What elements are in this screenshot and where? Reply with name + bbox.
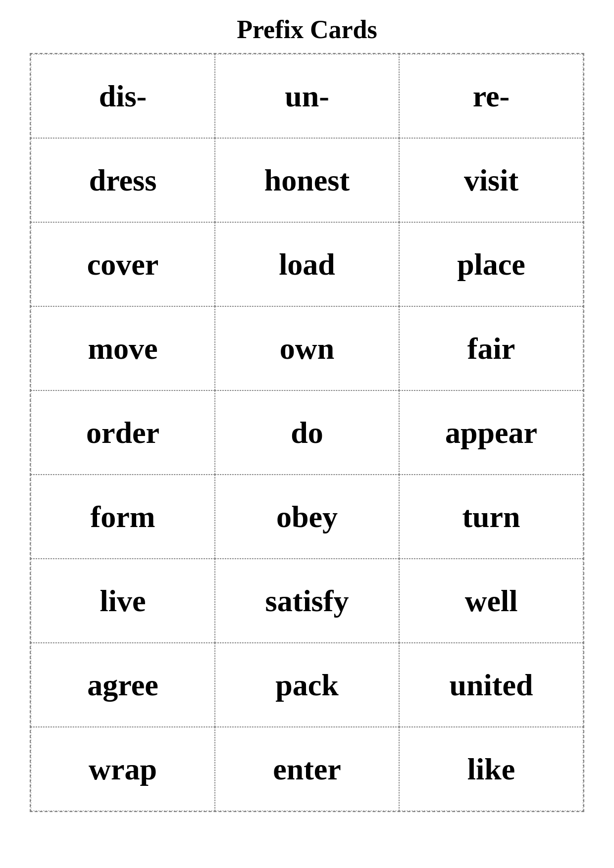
grid-cell-0: dis- — [31, 54, 215, 138]
grid-cell-3: dress — [31, 138, 215, 222]
grid-cell-18: live — [31, 559, 215, 643]
grid-cell-14: appear — [399, 390, 583, 475]
grid-cell-12: order — [31, 390, 215, 475]
grid-cell-11: fair — [399, 306, 583, 390]
grid-cell-8: place — [399, 222, 583, 306]
prefix-cards-grid: dis-un-re-dresshonestvisitcoverloadplace… — [30, 53, 584, 812]
grid-cell-17: turn — [399, 475, 583, 559]
grid-cell-1: un- — [215, 54, 399, 138]
grid-cell-19: satisfy — [215, 559, 399, 643]
page-title: Prefix Cards — [237, 15, 377, 44]
grid-cell-2: re- — [399, 54, 583, 138]
grid-cell-10: own — [215, 306, 399, 390]
grid-cell-13: do — [215, 390, 399, 475]
grid-cell-16: obey — [215, 475, 399, 559]
grid-cell-9: move — [31, 306, 215, 390]
grid-cell-22: pack — [215, 643, 399, 727]
grid-cell-6: cover — [31, 222, 215, 306]
grid-cell-25: enter — [215, 727, 399, 811]
grid-cell-24: wrap — [31, 727, 215, 811]
grid-cell-5: visit — [399, 138, 583, 222]
grid-cell-4: honest — [215, 138, 399, 222]
grid-cell-23: united — [399, 643, 583, 727]
grid-cell-26: like — [399, 727, 583, 811]
grid-cell-15: form — [31, 475, 215, 559]
grid-cell-7: load — [215, 222, 399, 306]
grid-cell-21: agree — [31, 643, 215, 727]
grid-cell-20: well — [399, 559, 583, 643]
